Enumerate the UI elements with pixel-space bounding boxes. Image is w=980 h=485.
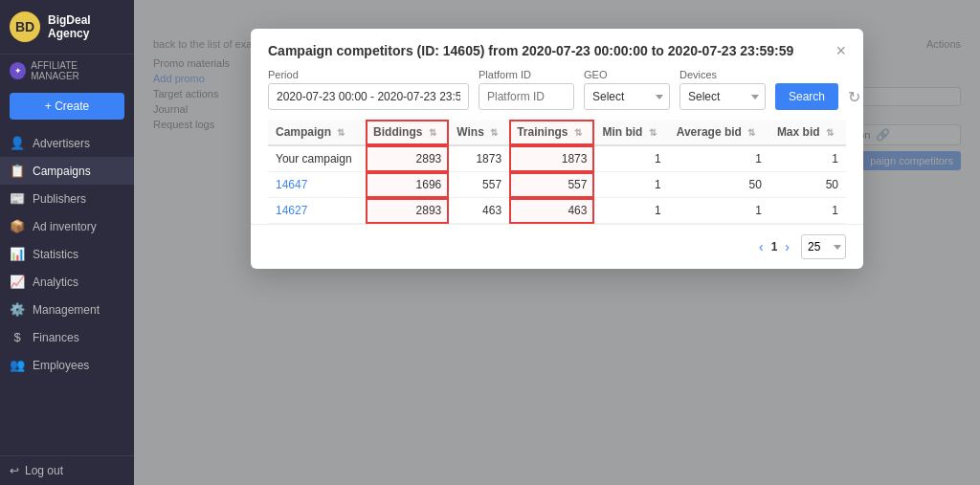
col-header-trainings: Trainings ⇅	[509, 120, 594, 145]
cell-min-bid-1: 1	[594, 172, 668, 198]
role-label: ✦ AFFILIATE MANAGER	[0, 55, 134, 87]
sidebar-item-statistics[interactable]: 📊 Statistics	[0, 240, 134, 268]
finances-icon: $	[10, 330, 25, 344]
sidebar-item-management[interactable]: ⚙️ Management	[0, 296, 134, 323]
current-page: 1	[771, 240, 778, 254]
cell-campaign-0: Your campaign	[268, 145, 366, 172]
modal-filters: Period document.querySelector('[data-nam…	[251, 69, 863, 120]
col-header-max-bid: Max bid ⇅	[769, 120, 846, 145]
col-header-biddings: Biddings ⇅	[366, 120, 449, 145]
period-label: Period	[268, 69, 469, 80]
cell-wins-0: 1873	[449, 145, 509, 172]
platform-input[interactable]	[479, 83, 574, 110]
cell-trainings-1: 557	[509, 172, 594, 198]
cell-max-bid-2: 1	[769, 198, 846, 224]
devices-label: Devices	[679, 69, 766, 80]
competitors-table: Campaign ⇅ Biddings ⇅ Wins ⇅ Trainings ⇅…	[268, 120, 846, 224]
publishers-icon: 📰	[10, 191, 25, 206]
main-area: back to the list of example Actions Prom…	[134, 0, 980, 485]
sidebar-item-advertisers[interactable]: 👤 Advertisers	[0, 129, 134, 157]
col-header-wins: Wins ⇅	[449, 120, 509, 145]
pagination: ‹ 1 ›	[755, 237, 793, 256]
platform-label: Platform ID	[479, 69, 574, 80]
cell-trainings-2: 463	[509, 198, 594, 224]
modal-overlay: Campaign competitors (ID: 14605) from 20…	[134, 0, 980, 485]
cell-avg-bid-2: 1	[669, 198, 769, 224]
advertisers-icon: 👤	[10, 136, 25, 150]
cell-wins-1: 557	[449, 172, 509, 198]
per-page-select[interactable]: 25 50 100	[801, 234, 846, 259]
cell-max-bid-1: 50	[769, 172, 846, 198]
modal-close-button[interactable]: ×	[835, 42, 846, 59]
logo-icon: BD	[10, 11, 40, 42]
modal-table-wrap: Campaign ⇅ Biddings ⇅ Wins ⇅ Trainings ⇅…	[251, 120, 863, 224]
col-header-min-bid: Min bid ⇅	[594, 120, 668, 145]
modal-dialog: Campaign competitors (ID: 14605) from 20…	[251, 29, 863, 269]
cell-campaign-2: 14627	[268, 198, 366, 224]
statistics-icon: 📊	[10, 247, 25, 261]
cell-avg-bid-1: 50	[669, 172, 769, 198]
cell-trainings-0: 1873	[509, 145, 594, 172]
search-button[interactable]: Search	[775, 83, 838, 110]
prev-page-button[interactable]: ‹	[755, 237, 768, 256]
cell-biddings-2: 2893	[366, 198, 449, 224]
sidebar: BD BigDealAgency ✦ AFFILIATE MANAGER + C…	[0, 0, 134, 485]
employees-icon: 👥	[10, 358, 25, 372]
geo-select[interactable]: Select	[584, 83, 670, 110]
campaign-link-1[interactable]: 14647	[276, 178, 307, 191]
logout-item[interactable]: ↩ Log out	[0, 455, 134, 485]
sidebar-item-analytics[interactable]: 📈 Analytics	[0, 268, 134, 296]
geo-filter-group: GEO Select	[584, 69, 670, 110]
geo-label: GEO	[584, 69, 670, 80]
cell-min-bid-2: 1	[594, 198, 668, 224]
campaign-link-2[interactable]: 14627	[276, 204, 307, 217]
refresh-button[interactable]: ↻	[848, 83, 860, 110]
sidebar-item-finances[interactable]: $ Finances	[0, 323, 134, 351]
cell-campaign-1: 14647	[268, 172, 366, 198]
logout-icon: ↩	[10, 464, 19, 477]
col-header-avg-bid: Average bid ⇅	[669, 120, 769, 145]
sidebar-item-campaigns[interactable]: 📋 Campaigns	[0, 157, 134, 185]
devices-filter-group: Devices Select	[679, 69, 766, 110]
management-icon: ⚙️	[10, 302, 25, 317]
create-button[interactable]: + Create	[10, 93, 124, 120]
table-row: 14647169655755715050	[268, 172, 846, 198]
cell-max-bid-0: 1	[769, 145, 846, 172]
sidebar-nav: 👤 Advertisers 📋 Campaigns 📰 Publishers 📦…	[0, 125, 134, 455]
period-input[interactable]	[268, 83, 469, 110]
platform-filter-group: Platform ID	[479, 69, 574, 110]
campaigns-icon: 📋	[10, 164, 25, 178]
cell-wins-2: 463	[449, 198, 509, 224]
cell-min-bid-0: 1	[594, 145, 668, 172]
sidebar-item-ad-inventory[interactable]: 📦 Ad inventory	[0, 212, 134, 240]
modal-footer: ‹ 1 › 25 50 100	[251, 224, 863, 269]
col-header-campaign: Campaign ⇅	[268, 120, 366, 145]
logo-text: BigDealAgency	[48, 13, 91, 41]
next-page-button[interactable]: ›	[781, 237, 793, 256]
ad-inventory-icon: 📦	[10, 219, 25, 233]
sidebar-item-employees[interactable]: 👥 Employees	[0, 351, 134, 379]
cell-avg-bid-0: 1	[669, 145, 769, 172]
table-row: 146272893463463111	[268, 198, 846, 224]
role-icon: ✦	[10, 62, 26, 79]
analytics-icon: 📈	[10, 275, 25, 289]
devices-select[interactable]: Select	[679, 83, 766, 110]
cell-biddings-0: 2893	[366, 145, 449, 172]
period-filter-group: Period document.querySelector('[data-nam…	[268, 69, 469, 110]
table-row: Your campaign289318731873111	[268, 145, 846, 172]
cell-biddings-1: 1696	[366, 172, 449, 198]
sidebar-item-publishers[interactable]: 📰 Publishers	[0, 185, 134, 212]
modal-header: Campaign competitors (ID: 14605) from 20…	[251, 29, 863, 69]
logo: BD BigDealAgency	[0, 0, 134, 55]
modal-title: Campaign competitors (ID: 14605) from 20…	[268, 43, 793, 58]
